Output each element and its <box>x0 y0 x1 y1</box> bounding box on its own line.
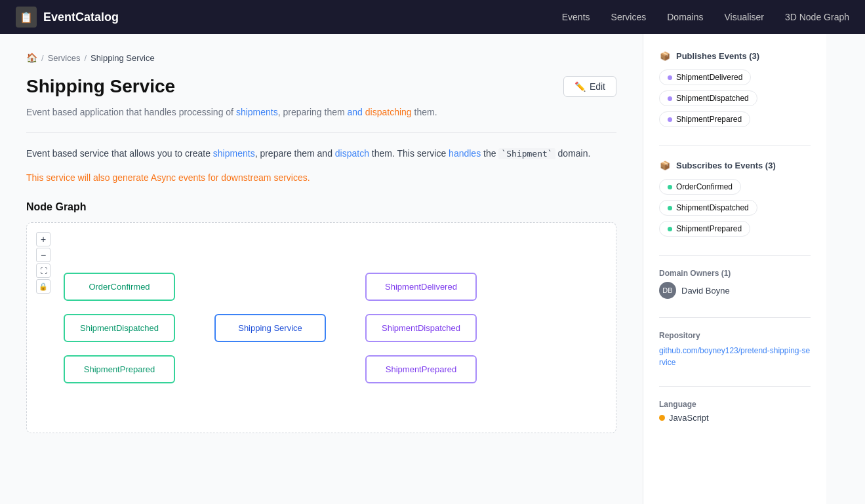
sidebar: 📦 Publishes Events (3) ShipmentDelivered… <box>643 34 826 504</box>
center-node-wrapper: Shipping Service <box>214 314 326 342</box>
tag-order-confirmed-sub[interactable]: OrderConfirmed <box>659 179 741 195</box>
zoom-in-button[interactable]: + <box>36 232 50 246</box>
fit-view-button[interactable]: ⛶ <box>36 263 50 278</box>
sidebar-owners-section: Domain Owners (1) DB David Boyne <box>659 269 811 299</box>
desc-and: and <box>348 107 363 117</box>
body-text-p1d: the <box>481 148 498 159</box>
tag-shipment-dispatched-pub[interactable]: ShipmentDispatched <box>659 90 757 106</box>
language-row: JavaScript <box>659 413 811 423</box>
service-body-text: Event based service that allows you to c… <box>26 146 616 162</box>
node-shipment-delivered-right: ShipmentDelivered <box>365 273 477 301</box>
nav-link-services[interactable]: Services <box>611 12 647 22</box>
right-nodes: ShipmentDelivered ShipmentDispatched Shi… <box>365 273 477 383</box>
tag-shipment-prepared-pub[interactable]: ShipmentPrepared <box>659 111 750 127</box>
sidebar-divider-4 <box>659 386 811 387</box>
svg-marker-8 <box>209 325 214 330</box>
page-header: Shipping Service ✏️ Edit <box>26 76 616 97</box>
nav-link-domains[interactable]: Domains <box>667 12 703 22</box>
tag-label-shipment-dispatched-sub: ShipmentDispatched <box>676 203 749 212</box>
tag-label-shipment-prepared-sub: ShipmentPrepared <box>676 224 742 233</box>
tag-shipment-dispatched-sub[interactable]: ShipmentDispatched <box>659 200 757 216</box>
body-text-p1c: them. This service <box>369 148 449 159</box>
breadcrumb-services[interactable]: Services <box>48 53 81 63</box>
breadcrumb-current: Shipping Service <box>91 53 155 63</box>
publishes-tag-list: ShipmentDelivered ShipmentDispatched Shi… <box>659 69 811 127</box>
sidebar-divider-1 <box>659 145 811 146</box>
nav-links: Events Services Domains Visualiser 3D No… <box>562 12 849 22</box>
sidebar-subscribes-section: 📦 Subscribes to Events (3) OrderConfirme… <box>659 159 811 237</box>
node-shipment-dispatched-left: ShipmentDispatched <box>64 314 175 342</box>
tag-label-shipment-delivered: ShipmentDelivered <box>676 73 742 82</box>
publishes-title: Publishes Events (3) <box>676 51 759 61</box>
node-order-confirmed: OrderConfirmed <box>64 273 175 301</box>
dot-purple-3 <box>668 117 672 122</box>
tag-shipment-prepared-sub[interactable]: ShipmentPrepared <box>659 221 750 237</box>
content-divider <box>26 132 616 133</box>
node-shipping-service: Shipping Service <box>214 314 326 342</box>
owners-label: Domain Owners (1) <box>659 269 811 278</box>
page-description: Event based application that handles pro… <box>26 105 616 119</box>
subscribes-title-row: 📦 Subscribes to Events (3) <box>659 159 811 171</box>
domain-owner-row: DB David Boyne <box>659 282 811 299</box>
node-shipment-prepared-left: ShipmentPrepared <box>64 355 175 383</box>
nav-logo-text: EventCatalog <box>43 10 119 24</box>
desc-text-1: Event based application that handles pro… <box>26 107 236 117</box>
node-shipment-prepared-right: ShipmentPrepared <box>365 355 477 383</box>
edit-pencil-icon: ✏️ <box>574 81 586 92</box>
home-icon[interactable]: 🏠 <box>26 52 37 63</box>
page-wrapper: 🏠 / Services / Shipping Service Shipping… <box>0 34 865 504</box>
main-content: 🏠 / Services / Shipping Service Shipping… <box>0 34 643 504</box>
tag-label-order-confirmed: OrderConfirmed <box>676 182 733 191</box>
breadcrumb-sep-2: / <box>84 53 87 63</box>
body-shipments: shipments <box>213 148 255 159</box>
nav-logo: 📋 EventCatalog <box>16 7 119 28</box>
sidebar-publishes-section: 📦 Publishes Events (3) ShipmentDelivered… <box>659 50 811 127</box>
breadcrumb: 🏠 / Services / Shipping Service <box>26 52 616 63</box>
desc-dispatching: dispatching <box>365 107 412 117</box>
subscribes-icon: 📦 <box>659 159 671 171</box>
node-shipment-dispatched-right: ShipmentDispatched <box>365 314 477 342</box>
tag-label-shipment-dispatched-pub: ShipmentDispatched <box>676 94 749 103</box>
repository-label: Repository <box>659 331 811 340</box>
edit-button[interactable]: ✏️ Edit <box>563 76 616 97</box>
desc-text-2: , preparing them <box>278 107 348 117</box>
node-graph-title: Node Graph <box>26 201 616 213</box>
owner-avatar: DB <box>659 282 676 299</box>
tag-shipment-delivered[interactable]: ShipmentDelivered <box>659 69 751 85</box>
desc-shipments: shipments <box>236 107 278 117</box>
sidebar-divider-3 <box>659 317 811 318</box>
graph-controls: + − ⛶ 🔒 <box>36 232 50 294</box>
publishes-icon: 📦 <box>659 50 671 62</box>
subscribes-title: Subscribes to Events (3) <box>676 161 776 170</box>
dot-purple-1 <box>668 75 672 80</box>
sidebar-divider-2 <box>659 255 811 256</box>
zoom-out-button[interactable]: − <box>36 248 50 262</box>
tag-label-shipment-prepared-pub: ShipmentPrepared <box>676 115 742 124</box>
lang-dot <box>659 415 665 421</box>
nav-link-events[interactable]: Events <box>562 12 590 22</box>
dot-green-1 <box>668 185 672 189</box>
body-text-p1a: Event based service that allows you to c… <box>26 148 213 159</box>
logo-icon: 📋 <box>16 7 37 28</box>
dot-purple-2 <box>668 96 672 101</box>
svg-line-7 <box>195 286 214 328</box>
body-text-p1b: , prepare them and <box>255 148 335 159</box>
breadcrumb-sep-1: / <box>41 53 44 63</box>
dot-green-3 <box>668 227 672 231</box>
repo-link[interactable]: github.com/boyney123/pretend-shipping-se… <box>659 346 810 367</box>
subscribes-tag-list: OrderConfirmed ShipmentDispatched Shipme… <box>659 179 811 237</box>
nav-link-3d-node-graph[interactable]: 3D Node Graph <box>785 12 849 22</box>
nav-link-visualiser[interactable]: Visualiser <box>725 12 764 22</box>
node-graph-container: + − ⛶ 🔒 OrderConfirmed ShipmentDispatche… <box>26 222 616 433</box>
body-dispatch: dispatch <box>335 148 369 159</box>
sidebar-repository-section: Repository github.com/boyney123/pretend-… <box>659 331 811 368</box>
dot-green-2 <box>668 206 672 210</box>
body-text-p1e: domain. <box>555 148 591 159</box>
navbar: 📋 EventCatalog Events Services Domains V… <box>0 0 865 34</box>
desc-text-4: them. <box>412 107 437 117</box>
publishes-title-row: 📦 Publishes Events (3) <box>659 50 811 62</box>
lock-button[interactable]: 🔒 <box>36 279 50 294</box>
body-handles: handles <box>449 148 481 159</box>
owner-name: David Boyne <box>681 286 730 296</box>
page-title: Shipping Service <box>26 76 175 97</box>
